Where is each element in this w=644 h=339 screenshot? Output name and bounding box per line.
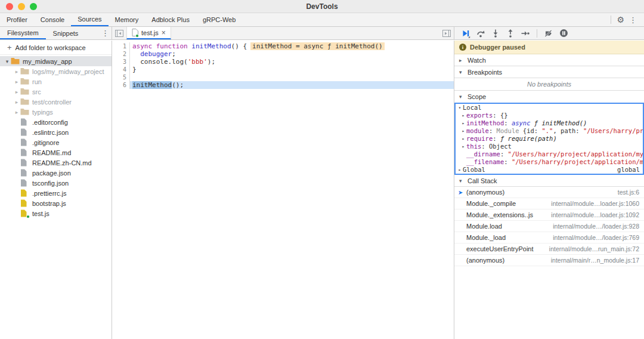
navigator-tabs: FilesystemSnippets [0,27,85,39]
scope-entry[interactable]: ▸ Global global [456,166,643,174]
editor-tab-testjs[interactable]: test.js × [126,27,171,39]
scope-entry[interactable]: __filename: "/Users/harry/project/applic… [456,158,643,166]
tree-row-typings[interactable]: ▸ typings [0,107,112,117]
call-stack-frame[interactable]: (anonymous) internal/main/r…n_module.js:… [454,255,644,266]
tree-row-test-controller[interactable]: ▸ test/controller [0,97,112,107]
tree-row-run[interactable]: ▸ run [0,76,112,87]
file-tree: ▾ my_midway_app ▸ logs/my_midway_project… [0,55,112,218]
folder-icon [20,67,29,75]
scope-section-header[interactable]: ▾ Scope [454,91,644,103]
tab-bar-right-controls: ⚙ ⋮ [608,13,644,26]
scope-entry[interactable]: ▸ exports: {} [456,112,643,119]
disclosure-triangle-icon[interactable]: ▾ [4,58,11,64]
navigator-tab-snippets[interactable]: Snippets [46,27,86,39]
kebab-menu-icon[interactable]: ⋮ [627,16,639,24]
step-into-icon[interactable] [489,27,502,39]
watch-section-header[interactable]: ▸ Watch [454,54,644,66]
scope-entry[interactable]: ▸ module: Module {id: ".", path: "/Users… [456,127,643,135]
code-line[interactable]: 5 [112,73,454,81]
breakpoints-section-header[interactable]: ▾ Breakpoints [454,66,644,78]
add-folder-button[interactable]: + Add folder to workspace [0,41,112,55]
step-icon[interactable] [519,27,532,39]
disclosure-triangle-icon[interactable]: ▸ [460,127,466,135]
line-number[interactable]: 6 [112,81,130,89]
line-number[interactable]: 3 [112,58,130,66]
navigator-tab-bar: FilesystemSnippets ⋮ [0,27,112,39]
disclosure-triangle-icon[interactable]: ▸ [460,112,466,119]
navigator-more-icon[interactable]: ⋮ [99,27,112,39]
editor-tab-label: test.js [141,29,159,36]
code-line[interactable]: 4 } [112,66,454,73]
tree-row-tsconfig-json[interactable]: tsconfig.json [0,178,112,188]
line-number[interactable]: 4 [112,66,130,73]
tree-row-readme-zh-cn-md[interactable]: README.zh-CN.md [0,158,112,168]
call-stack-frame[interactable]: ➤ (anonymous) test.js:6 [454,187,644,198]
call-stack-frame[interactable]: Module._compile internal/module…loader.j… [454,198,644,209]
deactivate-breakpoints-icon[interactable] [542,27,555,39]
tree-row-logs-my-midway-project[interactable]: ▸ logs/my_midway_project [0,66,112,76]
disclosure-triangle-icon[interactable]: ▸ [460,143,466,150]
scope-entry[interactable]: ▸ require: ƒ require(path) [456,135,643,143]
disclosure-triangle-icon[interactable]: ▸ [13,69,20,75]
linked-file-green-dot [135,34,139,38]
scope-entry[interactable]: ▸ this: Object [456,143,643,150]
disclosure-triangle-icon[interactable]: ▸ [13,89,20,95]
tab-console[interactable]: Console [34,13,71,26]
disclosure-triangle-icon[interactable]: ▸ [460,135,466,143]
linked-file-green-dot [26,215,30,218]
disclosure-triangle-icon[interactable]: ▸ [13,109,20,115]
file-icon [20,159,29,167]
disclosure-triangle-icon[interactable]: ▸ [13,79,20,85]
disclosure-triangle-icon[interactable]: ▸ [460,119,466,127]
disclosure-triangle-icon[interactable]: ▸ [13,99,20,105]
folder-icon [20,88,29,95]
disclosure-triangle-icon[interactable]: ▾ [457,104,463,112]
tree-row-src[interactable]: ▸ src [0,87,112,97]
call-stack-frame[interactable]: executeUserEntryPoint internal/module…ru… [454,244,644,255]
line-number[interactable]: 1 [112,42,130,50]
step-out-icon[interactable] [504,27,517,39]
tree-row-package-json[interactable]: package.json [0,168,112,178]
call-stack-frame[interactable]: Module.load internal/module…/loader.js:9… [454,221,644,232]
tree-row-readme-md[interactable]: README.md [0,147,112,158]
tab-memory[interactable]: Memory [109,13,145,26]
navigator-sidebar: + Add folder to workspace ▾ my_midway_ap… [0,41,112,339]
code-line[interactable]: 2 debugger; [112,50,454,58]
tree-row-test-js[interactable]: test.js [0,208,112,218]
scope-entry[interactable]: __dirname: "/Users/harry/project/applica… [456,150,643,158]
code-editor[interactable]: 1 async function initMethod() {initMetho… [112,41,454,339]
folder-icon [20,98,29,106]
show-debugger-sidebar-icon[interactable] [439,27,454,39]
line-number[interactable]: 5 [112,73,130,81]
navigator-tab-filesystem[interactable]: Filesystem [0,27,46,39]
tree-row--prettierrc-js[interactable]: .prettierrc.js [0,188,112,198]
resume-icon[interactable] [459,27,472,39]
scope-entry[interactable]: ▸ initMethod: async ƒ initMethod() [456,119,643,127]
tree-row-bootstrap-js[interactable]: bootstrap.js [0,198,112,208]
tab-sources[interactable]: Sources [71,13,108,26]
call-stack-section-header[interactable]: ▾ Call Stack [454,175,644,187]
step-over-icon[interactable] [474,27,487,39]
tab-grpc-web[interactable]: gRPC-Web [196,13,242,26]
call-stack-frame[interactable]: Module._load internal/module…/loader.js:… [454,232,644,244]
call-stack-frame[interactable]: Module._extensions..js internal/module…l… [454,209,644,221]
pause-on-exceptions-icon[interactable] [557,27,570,39]
gear-icon[interactable]: ⚙ [617,16,624,24]
tab-adblock-plus[interactable]: Adblock Plus [145,13,196,26]
tree-row-my-midway-app[interactable]: ▾ my_midway_app [0,56,112,66]
tree-row--editorconfig[interactable]: .editorconfig [0,117,112,127]
code-line[interactable]: 6 initMethod(); [112,81,454,89]
close-tab-icon[interactable]: × [162,29,166,37]
tree-row--gitignore[interactable]: .gitignore [0,137,112,147]
code-line[interactable]: 1 async function initMethod() {initMetho… [112,42,454,50]
tree-row--eslintrc-json[interactable]: .eslintrc.json [0,127,112,137]
line-number[interactable]: 2 [112,50,130,58]
tab-profiler[interactable]: Profiler [0,13,34,26]
scope-tree: ▾ Local ▸ exports: {} ▸ initMethod: asyn… [454,103,644,175]
file-icon [20,169,29,177]
hide-navigator-icon[interactable] [112,27,126,39]
disclosure-triangle-icon[interactable]: ▸ [457,166,463,174]
info-icon: i [459,44,466,51]
scope-entry[interactable]: ▾ Local [456,104,643,112]
code-line[interactable]: 3 console.log('bbb'); [112,58,454,66]
